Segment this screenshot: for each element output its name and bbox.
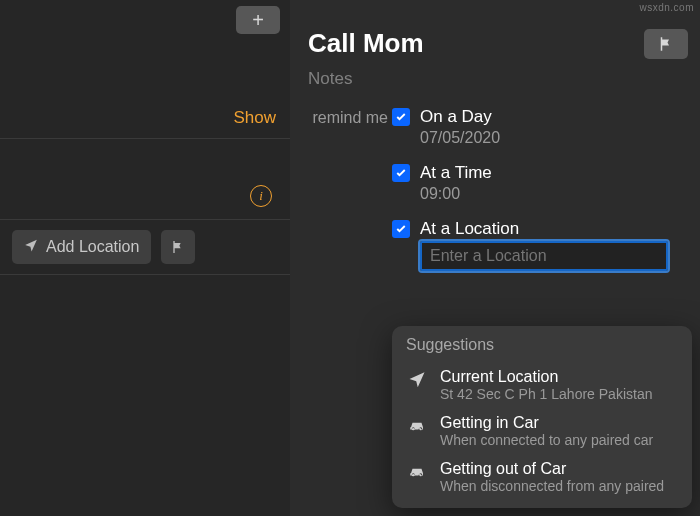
reminder-row[interactable]: i bbox=[0, 139, 290, 219]
flag-icon bbox=[657, 35, 675, 53]
suggestion-body: Getting out of Car When disconnected fro… bbox=[440, 460, 678, 494]
plus-icon: + bbox=[252, 9, 264, 32]
location-suggestions-popup: Suggestions Current Location St 42 Sec C… bbox=[392, 326, 692, 508]
location-arrow-icon bbox=[406, 368, 428, 388]
remind-form: remind me On a Day 07/05/2020 At a Time … bbox=[290, 107, 700, 271]
location-input[interactable] bbox=[420, 241, 668, 271]
divider bbox=[0, 274, 290, 275]
on-day-value[interactable]: 07/05/2020 bbox=[392, 129, 682, 147]
new-reminder-button[interactable]: + bbox=[236, 6, 280, 34]
suggestion-current-location[interactable]: Current Location St 42 Sec C Ph 1 Lahore… bbox=[406, 362, 678, 408]
sidebar: + Show i Add Location bbox=[0, 0, 290, 516]
suggestion-body: Current Location St 42 Sec C Ph 1 Lahore… bbox=[440, 368, 678, 402]
at-time-checkbox[interactable] bbox=[392, 164, 410, 182]
sidebar-toolbar: + bbox=[0, 0, 290, 48]
info-icon[interactable]: i bbox=[250, 185, 272, 207]
list-header-row: Show bbox=[0, 48, 290, 138]
notes-field[interactable]: Notes bbox=[290, 59, 700, 107]
remind-options: On a Day 07/05/2020 At a Time 09:00 At a… bbox=[392, 107, 682, 271]
add-location-button[interactable]: Add Location bbox=[12, 230, 151, 264]
show-completed-link[interactable]: Show bbox=[233, 108, 276, 128]
at-location-label: At a Location bbox=[420, 219, 519, 239]
add-location-label: Add Location bbox=[46, 238, 139, 256]
on-day-option[interactable]: On a Day bbox=[392, 107, 682, 127]
remind-me-row: remind me On a Day 07/05/2020 At a Time … bbox=[308, 107, 682, 271]
watermark: wsxdn.com bbox=[639, 2, 694, 13]
at-time-value[interactable]: 09:00 bbox=[392, 185, 682, 203]
quick-actions-row: Add Location bbox=[0, 220, 290, 274]
suggestion-detail: St 42 Sec C Ph 1 Lahore Pakistan bbox=[440, 386, 678, 402]
flag-button[interactable] bbox=[644, 29, 688, 59]
suggestion-name: Getting in Car bbox=[440, 414, 678, 432]
on-day-checkbox[interactable] bbox=[392, 108, 410, 126]
flag-button-small[interactable] bbox=[161, 230, 195, 264]
suggestion-detail: When connected to any paired car bbox=[440, 432, 678, 448]
at-location-option[interactable]: At a Location bbox=[392, 219, 682, 239]
location-arrow-icon bbox=[24, 238, 38, 256]
flag-icon bbox=[170, 239, 186, 255]
car-icon bbox=[406, 460, 428, 480]
at-time-label: At a Time bbox=[420, 163, 492, 183]
suggestion-body: Getting in Car When connected to any pai… bbox=[440, 414, 678, 448]
suggestion-detail: When disconnected from any paired bbox=[440, 478, 678, 494]
suggestions-title: Suggestions bbox=[406, 336, 678, 354]
suggestion-name: Current Location bbox=[440, 368, 678, 386]
reminder-title[interactable]: Call Mom bbox=[308, 28, 644, 59]
at-time-option[interactable]: At a Time bbox=[392, 163, 682, 183]
on-day-label: On a Day bbox=[420, 107, 492, 127]
car-icon bbox=[406, 414, 428, 434]
at-location-checkbox[interactable] bbox=[392, 220, 410, 238]
location-input-wrap bbox=[392, 241, 682, 271]
app-root: + Show i Add Location wsxdn.com bbox=[0, 0, 700, 516]
suggestion-getting-out-car[interactable]: Getting out of Car When disconnected fro… bbox=[406, 454, 678, 500]
remind-me-label: remind me bbox=[308, 107, 392, 127]
suggestion-name: Getting out of Car bbox=[440, 460, 678, 478]
suggestion-getting-in-car[interactable]: Getting in Car When connected to any pai… bbox=[406, 408, 678, 454]
